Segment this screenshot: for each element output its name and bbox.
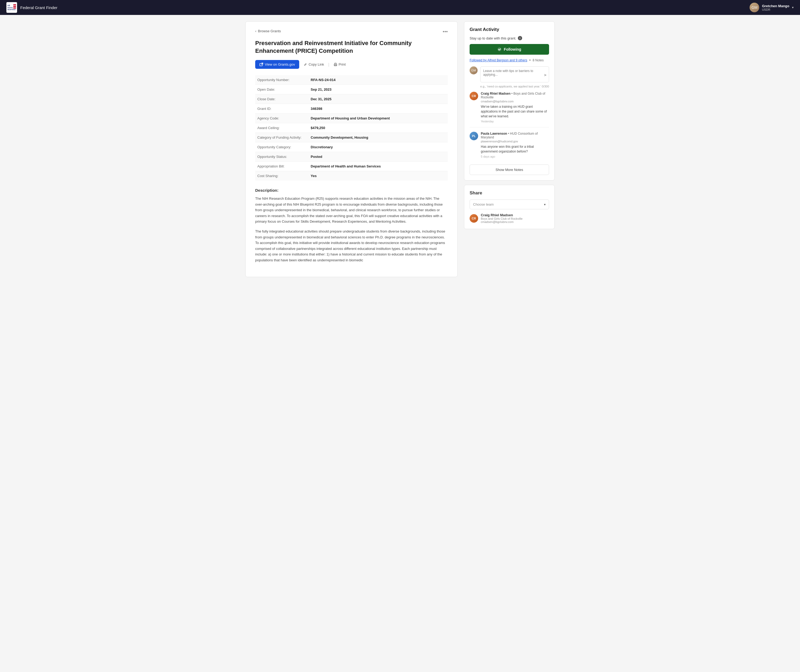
field-label: Agency Code: bbox=[255, 114, 309, 123]
field-value: Department of Health and Human Services bbox=[309, 162, 448, 171]
note-author-line: Paula Lawrenson • HUD Consortium of Mary… bbox=[481, 132, 549, 139]
copy-link-label: Copy Link bbox=[309, 62, 324, 66]
followers-link[interactable]: Followed by Alfred Bergson and 9 others bbox=[470, 58, 527, 62]
field-value: 346398 bbox=[309, 104, 448, 114]
note-input-wrap: ➤ bbox=[480, 66, 549, 83]
note-time: 5 days ago bbox=[481, 155, 549, 158]
back-link-label: Browse Grants bbox=[258, 29, 281, 33]
svg-rect-6 bbox=[13, 8, 16, 8]
avatar: GM bbox=[750, 3, 759, 12]
view-on-grants-gov-button[interactable]: View on Grants.gov bbox=[255, 60, 299, 69]
svg-text:DIGITAL: DIGITAL bbox=[8, 7, 13, 8]
header-left: US DIGITAL RESPONSE Federal Grant Finder bbox=[6, 2, 57, 13]
field-value: RFA-NS-24-014 bbox=[309, 75, 448, 85]
note-email: cmadsen@bgclubnv.com bbox=[481, 100, 549, 103]
show-more-notes-button[interactable]: Show More Notes bbox=[470, 165, 549, 175]
action-bar: View on Grants.gov Copy Link | Print bbox=[255, 60, 448, 69]
note-author-name: Craig Rhiel Madsen bbox=[481, 92, 510, 96]
field-value: $479,250 bbox=[309, 123, 448, 133]
header-right: GM Gretchen Mango USDR ▾ bbox=[750, 3, 794, 12]
field-value: Community Development, Housing bbox=[309, 133, 448, 142]
table-row: Cost Sharing: Yes bbox=[255, 171, 448, 181]
copy-link-button[interactable]: Copy Link bbox=[304, 62, 324, 66]
share-user-row: CR Craig Rhiel Madsen Boys and Girls Clu… bbox=[470, 213, 549, 224]
note-body: Craig Rhiel Madsen • Boys and Girls Club… bbox=[481, 92, 549, 123]
table-row: Grant ID: 346398 bbox=[255, 104, 448, 114]
table-row: Agency Code: Department of Housing and U… bbox=[255, 114, 448, 123]
description-content: The NIH Research Education Program (R25)… bbox=[255, 196, 448, 263]
grant-activity-title: Grant Activity bbox=[470, 27, 549, 32]
note-author-line: Craig Rhiel Madsen • Boys and Girls Club… bbox=[481, 92, 549, 99]
note-body: Paula Lawrenson • HUD Consortium of Mary… bbox=[481, 132, 549, 158]
note-input[interactable] bbox=[480, 66, 549, 82]
app-title: Federal Grant Finder bbox=[20, 5, 57, 10]
description-heading: Description: bbox=[255, 188, 448, 192]
main-content: ‹ Browse Grants ••• Preservation and Rei… bbox=[240, 15, 560, 283]
back-arrow-icon: ‹ bbox=[255, 29, 256, 33]
table-row: Opportunity Status: Posted bbox=[255, 152, 448, 162]
share-user-info: Craig Rhiel Madsen Boys and Girls Club o… bbox=[481, 213, 523, 224]
field-label: Category of Funding Activity: bbox=[255, 133, 309, 142]
note-text: Has anyone won this grant for a tribal g… bbox=[481, 144, 549, 154]
field-value: Department of Housing and Urban Developm… bbox=[309, 114, 448, 123]
copy-link-icon bbox=[304, 62, 307, 66]
dropdown-arrow-icon: ▾ bbox=[544, 203, 546, 206]
grant-details-table: Opportunity Number: RFA-NS-24-014 Open D… bbox=[255, 75, 448, 181]
field-label: Opportunity Number: bbox=[255, 75, 309, 85]
share-user-avatar: CR bbox=[470, 214, 478, 222]
print-label: Print bbox=[339, 62, 346, 66]
note-input-row: GM ➤ bbox=[470, 66, 549, 83]
note-author-name: Paula Lawrenson bbox=[481, 132, 507, 136]
note-hint: e.g., 'need co-applicants, we applied la… bbox=[470, 85, 549, 88]
table-row: Open Date: Sep 21, 2023 bbox=[255, 85, 448, 94]
svg-text:US: US bbox=[8, 5, 10, 6]
view-grants-gov-label: View on Grants.gov bbox=[265, 62, 295, 66]
table-row: Appropriation Bill: Department of Health… bbox=[255, 162, 448, 171]
svg-rect-4 bbox=[13, 4, 16, 5]
share-title: Share bbox=[470, 190, 549, 196]
table-row: Close Date: Dec 31, 2025 bbox=[255, 94, 448, 104]
note-avatar: PL bbox=[470, 132, 478, 140]
field-label: Award Ceiling: bbox=[255, 123, 309, 133]
chevron-down-icon[interactable]: ▾ bbox=[792, 6, 794, 9]
share-user-email: cmadsen@bgclubnv.com bbox=[481, 220, 523, 224]
print-button[interactable]: Print bbox=[334, 62, 346, 66]
table-row: Opportunity Category: Discretionary bbox=[255, 142, 448, 152]
choose-team-label: Choose team bbox=[473, 202, 494, 206]
grant-title: Preservation and Reinvestment Initiative… bbox=[255, 40, 426, 55]
field-value: Dec 31, 2025 bbox=[309, 94, 448, 104]
grant-activity-card: Grant Activity Stay up to date with this… bbox=[464, 21, 555, 181]
note-avatar: CR bbox=[470, 92, 478, 100]
bullet-separator: • bbox=[530, 58, 530, 62]
stay-up-label: Stay up to date with this grant. bbox=[470, 36, 516, 40]
char-count: 0/300 bbox=[542, 85, 549, 88]
stay-up-row: Stay up to date with this grant. i bbox=[470, 36, 549, 40]
svg-rect-12 bbox=[334, 65, 336, 66]
logo: US DIGITAL RESPONSE bbox=[6, 2, 17, 13]
info-icon[interactable]: i bbox=[518, 36, 522, 40]
note-text: We've taken a training on HUD grant appl… bbox=[481, 104, 549, 119]
user-org: USDR bbox=[762, 8, 789, 11]
notes-count: 8 Notes bbox=[533, 58, 544, 62]
table-row: Opportunity Number: RFA-NS-24-014 bbox=[255, 75, 448, 85]
svg-rect-5 bbox=[13, 6, 16, 7]
field-label: Opportunity Category: bbox=[255, 142, 309, 152]
send-icon[interactable]: ➤ bbox=[544, 73, 547, 77]
table-row: Award Ceiling: $479,250 bbox=[255, 123, 448, 133]
user-info: Gretchen Mango USDR bbox=[762, 4, 789, 11]
svg-rect-11 bbox=[334, 63, 336, 64]
share-user-name: Craig Rhiel Madsen bbox=[481, 213, 523, 217]
user-name: Gretchen Mango bbox=[762, 4, 789, 8]
choose-team-dropdown[interactable]: Choose team ▾ bbox=[470, 200, 549, 210]
note-item: PL Paula Lawrenson • HUD Consortium of M… bbox=[470, 132, 549, 162]
description-paragraph: The fully integrated educational activit… bbox=[255, 229, 448, 263]
field-value: Posted bbox=[309, 152, 448, 162]
current-user-avatar: GM bbox=[470, 66, 478, 74]
note-email: plawerenson@hudcomd.gov bbox=[481, 140, 549, 143]
more-options-icon[interactable]: ••• bbox=[443, 29, 448, 35]
notes-list: CR Craig Rhiel Madsen • Boys and Girls C… bbox=[470, 92, 549, 162]
description-paragraph: The NIH Research Education Program (R25)… bbox=[255, 196, 448, 224]
field-label: Appropriation Bill: bbox=[255, 162, 309, 171]
back-link[interactable]: ‹ Browse Grants bbox=[255, 29, 281, 33]
following-button[interactable]: Following bbox=[470, 44, 549, 55]
